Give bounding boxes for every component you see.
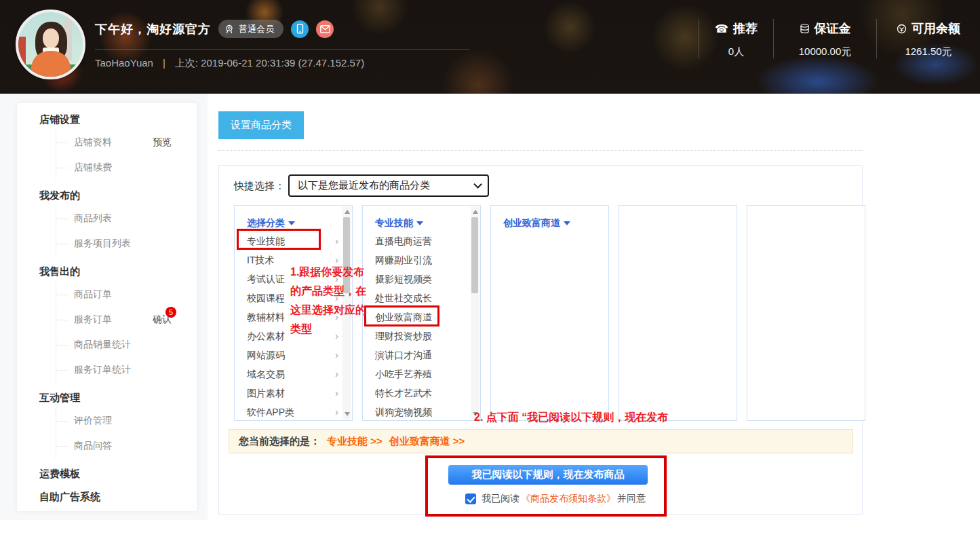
sidebar-item[interactable]: 服务项目列表 <box>56 231 197 256</box>
terms-link[interactable]: 《商品发布须知条款》 <box>521 493 616 505</box>
greeting-row: 下午好，淘好源官方 普通会员 <box>95 20 334 38</box>
stat-value: 0人 <box>699 45 773 58</box>
stat-value: 1261.50元 <box>877 45 980 58</box>
smartphone-glyph <box>296 24 305 34</box>
category-column-level3: 创业致富商道 <box>490 205 609 421</box>
category-item[interactable]: 处世社交成长 <box>363 288 480 307</box>
chevron-down-icon <box>473 180 482 189</box>
scroll-up-icon[interactable] <box>345 210 350 214</box>
avatar[interactable] <box>16 10 85 79</box>
set-category-tab[interactable]: 设置商品分类 <box>218 111 304 139</box>
sidebar-group-shipping-template[interactable]: 运费模板 <box>39 466 197 481</box>
notification-badge: 5 <box>165 307 176 318</box>
agreement-row: 我已阅读 《商品发布须知条款》 并同意 <box>465 493 646 505</box>
sidebar-item-extra[interactable]: 预览 <box>153 130 172 155</box>
category-column-header[interactable]: 选择分类 <box>235 214 352 231</box>
category-item[interactable]: 办公素材› <box>235 327 352 346</box>
avatar-face-shape <box>43 29 59 48</box>
chevron-right-icon: › <box>335 250 338 269</box>
stat-balance: 可用余额 1261.50元 <box>876 19 980 58</box>
username: TaoHaoYuan <box>95 57 153 70</box>
scrollbar-thumb[interactable] <box>343 217 350 293</box>
chevron-right-icon: › <box>335 307 338 327</box>
publish-button[interactable]: 我已阅读以下规则，现在发布商品 <box>448 465 648 485</box>
section-divider <box>218 150 863 151</box>
category-item[interactable]: 摄影短视频类 <box>363 269 480 288</box>
category-item[interactable]: 直播电商运营 <box>363 231 480 250</box>
sidebar-item[interactable]: 店铺资料预览 <box>56 130 197 155</box>
category-column-level1: 选择分类 专业技能›IT技术›考试认证›校园课程›教辅材料›办公素材›网站源码›… <box>234 205 353 421</box>
mail-icon[interactable] <box>316 20 334 38</box>
chevron-right-icon: › <box>335 269 338 288</box>
sidebar-item[interactable]: 服务订单统计 <box>56 357 197 382</box>
scroll-down-icon[interactable] <box>345 412 350 416</box>
selected-category-level2-link[interactable]: 创业致富商道 >> <box>389 435 465 448</box>
category-item[interactable]: 小吃手艺养殖 <box>363 365 480 384</box>
member-badge-label: 普通会员 <box>239 23 274 35</box>
stat-label: 保证金 <box>815 20 851 37</box>
category-column-level5 <box>747 205 865 421</box>
scroll-up-icon[interactable] <box>473 210 478 214</box>
category-item[interactable]: 训狗宠物视频 <box>363 403 480 422</box>
category-item[interactable]: 图片素材› <box>235 384 352 403</box>
quick-select-dropdown[interactable]: 以下是您最近发布的商品分类 <box>288 174 489 197</box>
category-column-header[interactable]: 专业技能 <box>363 214 480 231</box>
category-item[interactable]: 考试认证› <box>235 269 352 288</box>
current-selection-label: 您当前选择的是： <box>239 435 320 448</box>
quick-select-label: 快捷选择： <box>234 180 285 193</box>
header-divider <box>95 49 469 50</box>
chevron-right-icon: › <box>335 365 338 384</box>
sidebar-item[interactable]: 店铺续费 <box>56 155 197 180</box>
stat-referrals: ☎ 推荐 0人 <box>699 19 773 58</box>
sidebar-group-interaction[interactable]: 互动管理 <box>39 390 197 405</box>
caret-down-icon <box>416 221 423 225</box>
sidebar-item[interactable]: 商品问答 <box>56 433 197 458</box>
category-item[interactable]: IT技术› <box>235 250 352 269</box>
sidebar-group-shop-settings[interactable]: 店铺设置 <box>39 112 197 127</box>
category-item[interactable]: 网赚副业引流 <box>363 250 480 269</box>
category-item[interactable]: 网站源码› <box>235 346 352 365</box>
caret-down-icon <box>288 221 295 225</box>
category-column-header[interactable]: 创业致富商道 <box>491 214 608 231</box>
sidebar-group-my-published[interactable]: 我发布的 <box>39 188 197 203</box>
last-login: 上次: 2019-06-21 20:31:39 (27.47.152.57) <box>175 57 364 70</box>
phone-icon[interactable] <box>291 20 309 38</box>
sidebar-item[interactable]: 商品列表 <box>56 206 197 231</box>
agree-checkbox[interactable] <box>465 493 476 504</box>
chevron-right-icon: › <box>335 384 338 403</box>
envelope-glyph <box>320 25 330 33</box>
category-column-level4 <box>619 205 737 421</box>
scrollbar-thumb[interactable] <box>471 217 478 293</box>
category-item[interactable]: 软件APP类› <box>235 403 352 422</box>
scroll-down-icon[interactable] <box>473 412 478 416</box>
sidebar-group-ad-system[interactable]: 自助广告系统 <box>39 489 197 504</box>
category-item[interactable]: 演讲口才沟通 <box>363 346 480 365</box>
category-item[interactable]: 教辅材料› <box>235 307 352 327</box>
account-meta-row: TaoHaoYuan | 上次: 2019-06-21 20:31:39 (27… <box>95 57 364 70</box>
greeting-text: 下午好，淘好源官方 <box>95 21 211 37</box>
header-banner: 下午好，淘好源官方 普通会员 <box>0 0 980 94</box>
sidebar-item[interactable]: 服务订单确认5 <box>56 307 197 332</box>
category-item[interactable]: 创业致富商道 <box>363 307 480 327</box>
sidebar-item[interactable]: 商品销量统计 <box>56 332 197 357</box>
sidebar-item[interactable]: 商品订单 <box>56 282 197 307</box>
seller-dashboard-page: 下午好，淘好源官方 普通会员 <box>0 0 980 541</box>
scrollbar[interactable] <box>342 206 351 419</box>
caret-down-icon <box>564 221 570 225</box>
scrollbar[interactable] <box>471 206 479 419</box>
sidebar-item[interactable]: 评价管理 <box>56 408 197 433</box>
sidebar-group-my-sold[interactable]: 我售出的 <box>39 264 197 279</box>
category-item[interactable]: 域名交易› <box>235 365 352 384</box>
chevron-right-icon: › <box>335 288 338 307</box>
member-level-badge[interactable]: 普通会员 <box>218 20 283 38</box>
phone-icon: ☎ <box>715 22 728 35</box>
selected-category-level1-link[interactable]: 专业技能 >> <box>327 435 383 448</box>
category-item[interactable]: 特长才艺武术 <box>363 384 480 403</box>
category-item[interactable]: 校园课程› <box>235 288 352 307</box>
category-item[interactable]: 专业技能› <box>235 231 352 250</box>
category-column-level2: 专业技能 直播电商运营网赚副业引流摄影短视频类处世社交成长创业致富商道理财投资炒… <box>362 205 481 421</box>
quick-select-value: 以下是您最近发布的商品分类 <box>298 179 430 192</box>
agree-suffix: 并同意 <box>617 493 646 505</box>
stat-label: 推荐 <box>733 20 758 37</box>
category-item[interactable]: 理财投资炒股 <box>363 327 480 346</box>
